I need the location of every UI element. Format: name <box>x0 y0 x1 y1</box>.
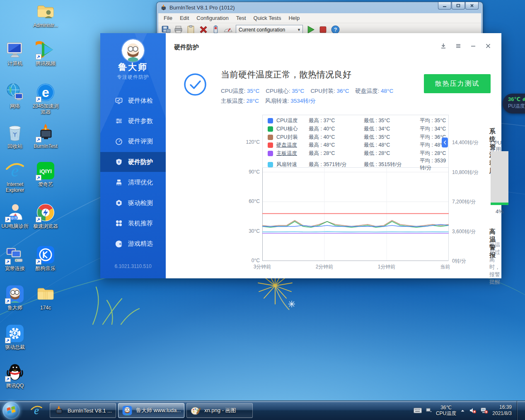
burnintest-titlebar[interactable]: BurnInTest V8.1 Pro (1012) <box>157 2 483 13</box>
menu-edit[interactable]: Edit <box>176 14 193 22</box>
desktop-icon-label: 腾讯QQ <box>0 383 33 389</box>
legend-series-name[interactable]: 主板温度 <box>276 150 309 157</box>
close-button[interactable] <box>465 2 479 10</box>
menu-test[interactable]: Test <box>232 14 250 22</box>
stat-label: 硬盘温度: <box>356 88 381 94</box>
burnintest-window-controls <box>438 2 479 10</box>
user-folder-icon <box>36 2 56 22</box>
network-error-icon[interactable] <box>481 407 488 414</box>
status-stat: CPU温度: 35°C <box>221 87 259 95</box>
menu-icon[interactable] <box>455 43 462 49</box>
y-axis-left-tick: 90°C <box>237 169 260 175</box>
download-icon[interactable] <box>440 43 447 49</box>
wallpaper-grass <box>88 286 142 325</box>
taskbar-button-paint[interactable]: xn.png - 画图 <box>186 403 253 418</box>
taskbar-ie-icon[interactable]: e <box>29 403 44 418</box>
sidebar-item-fanghu[interactable]: 硬件防护 <box>100 152 166 172</box>
sidebar-item-canshu[interactable]: 硬件参数 <box>100 111 166 131</box>
chart-legend: CPU温度最高 : 37°C最低 : 35°C平均 : 35°CCPU核心最高 … <box>262 115 449 168</box>
network-icon <box>5 82 25 102</box>
desktop-icon-qq[interactable]: 腾讯QQ <box>0 362 33 389</box>
hidden-icons-arrow[interactable] <box>460 409 465 413</box>
start-button[interactable] <box>2 402 20 419</box>
widget-temp-label: PU温度 <box>508 103 525 110</box>
app-tagline: 专注硬件防护 <box>100 74 166 81</box>
iqiyi-icon: iQIYI <box>36 161 56 181</box>
menu-file[interactable]: File <box>160 14 176 22</box>
sidebar-item-qingli[interactable]: 清理优化 <box>100 173 166 193</box>
status-stat: CPU封装: 36°C <box>310 87 349 95</box>
floating-temp-widget[interactable]: 36℃ PU温度 <box>503 94 525 113</box>
folder-icon <box>36 284 56 304</box>
taskbar-button-label: 鲁大师 www.luda... <box>136 407 181 414</box>
menu-configuration[interactable]: Configuration <box>193 14 232 22</box>
desktop-icon-tencent-video[interactable]: 腾讯视频 <box>27 40 64 66</box>
y-axis-right-tick: 7,200转/分 <box>452 198 489 205</box>
svg-text:iQIYI: iQIYI <box>39 168 52 174</box>
minimize-button[interactable] <box>438 2 451 10</box>
stress-test-button[interactable]: 散热压力测试 <box>424 74 491 93</box>
show-desktop-button[interactable] <box>517 401 521 420</box>
tray-temp-value: 36℃ <box>436 405 456 410</box>
desktop-icon-folder-174c[interactable]: 174c <box>27 284 64 311</box>
cpu-usage-fill <box>491 203 508 205</box>
legend-series-name[interactable]: 硬盘温度 <box>276 142 309 149</box>
desktop-icon-burnintest[interactable]: BurnInTest <box>27 123 64 149</box>
svg-text:?: ? <box>334 27 337 33</box>
legend-avg: 平均 : 3539转/分 <box>420 157 448 171</box>
leaf-icon <box>522 97 525 101</box>
sidebar-item-pingce[interactable]: 硬件评测 <box>100 132 166 152</box>
desktop-icon-browser-2345[interactable]: e2345加速浏 览器 <box>27 82 64 115</box>
taskbar-button-burnintest[interactable]: BurnInTest V8.1 ... <box>50 403 116 418</box>
desktop-icon-kugou[interactable]: 酷狗音乐 <box>27 245 64 271</box>
ludashi-face-icon <box>5 284 25 304</box>
zhuangji-icon <box>115 220 123 227</box>
chrome-speed-icon <box>36 203 56 222</box>
sidebar-item-qudong[interactable]: 驱动检测 <box>100 193 166 213</box>
maximize-button[interactable] <box>452 2 465 10</box>
qingli-icon <box>115 179 123 186</box>
driver-gear-icon <box>5 323 25 343</box>
tray-cpu-temp[interactable]: 36℃ CPU温度 <box>436 405 456 416</box>
status-ok-icon <box>184 73 207 96</box>
legend-series-name: CPU温度 <box>276 117 309 124</box>
language-bar-icon[interactable] <box>426 408 432 413</box>
sidebar-item-label: 游戏精选 <box>128 240 153 248</box>
sidebar-item-zhuangji[interactable]: 装机推荐 <box>100 213 166 233</box>
kugou-icon <box>36 245 56 265</box>
minimize-icon[interactable] <box>470 43 477 49</box>
shortcut-arrow-icon <box>36 137 41 142</box>
legend-collapse-button[interactable] <box>442 138 448 147</box>
desktop-icon-admin-folder[interactable]: Administr... <box>27 2 64 28</box>
sidebar-item-label: 装机推荐 <box>128 220 153 227</box>
y-axis-left-tick: 60°C <box>237 198 260 204</box>
desktop-icon-driver[interactable]: 驱动总裁 <box>0 323 33 350</box>
pingce-icon <box>115 138 123 145</box>
shortcut-arrow-icon <box>36 54 41 60</box>
ludashi-main: 硬件防护 当前硬件温度正常，散热情况良好 CPU温度: 35°CCPU核心: 3… <box>166 33 501 278</box>
taskbar-button-ludashi[interactable]: 鲁大师 www.luda... <box>118 403 184 418</box>
y-axis-right-tick: 3,600转/分 <box>452 228 489 235</box>
volume-muted-icon[interactable] <box>469 407 477 414</box>
keyboard-icon[interactable] <box>414 408 422 413</box>
chart-series-风扇转速 <box>262 232 449 232</box>
legend-swatch <box>268 142 273 148</box>
stat-value: 35°C <box>292 88 304 94</box>
x-axis-tick: 3分钟前 <box>254 263 271 270</box>
sidebar-item-tijian[interactable]: 硬件体检 <box>100 91 166 111</box>
desktop-icon-iqiyi[interactable]: iQIYI爱奇艺 <box>27 161 64 187</box>
legend-series-name: CPU核心 <box>276 126 309 133</box>
y-axis-left-tick: 0°C <box>237 258 260 263</box>
tray-clock[interactable]: 16:39 2021/8/3 <box>492 404 512 417</box>
desktop-icon-speed-browser[interactable]: 极速浏览器 <box>27 203 64 229</box>
x-axis-tick: 当前 <box>440 263 450 270</box>
menu-quick-tests[interactable]: Quick Tests <box>250 14 285 22</box>
status-stat: 风扇转速: 3534转/分 <box>265 97 316 105</box>
stat-label: 风扇转速: <box>265 98 291 104</box>
close-icon[interactable] <box>485 43 491 49</box>
legend-avg: 平均 : 34°C <box>420 126 448 133</box>
desktop-icon-label: 极速浏览器 <box>27 223 64 229</box>
menu-help[interactable]: Help <box>285 14 303 22</box>
legend-series-name: 风扇转速 <box>276 161 309 168</box>
sidebar-item-youxi[interactable]: 游戏精选 <box>100 234 166 254</box>
